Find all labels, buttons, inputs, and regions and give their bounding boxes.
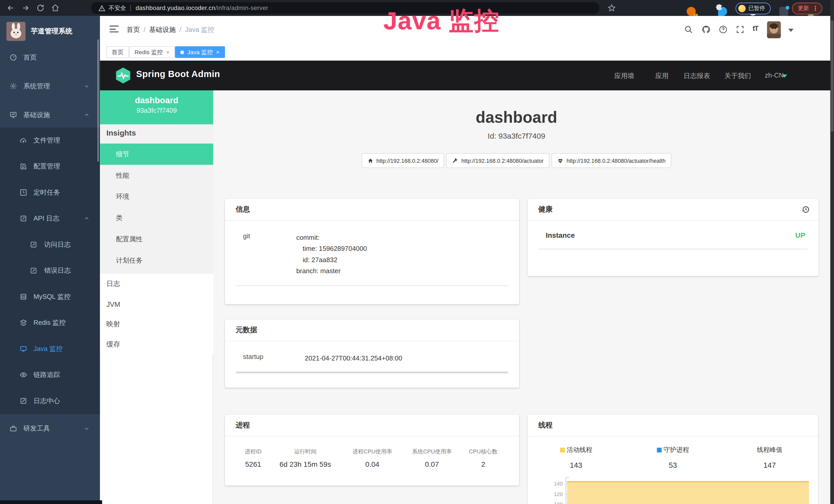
- main-content: dashboard Id: 93a3fc7f7409 http://192.16…: [213, 90, 834, 504]
- info-value: commit: time: 1596289704000 id: 27aa832 …: [296, 232, 508, 277]
- sidebar-item-java-active[interactable]: Java 监控: [0, 336, 100, 362]
- process-value-row: 52616d 23h 15m 59s0.040.072: [236, 460, 508, 468]
- actuator-url-button[interactable]: http://192.168.0.2:48080/actuator: [446, 153, 549, 168]
- update-button[interactable]: 更新 ⋮: [792, 3, 822, 15]
- sidebar-item-redis[interactable]: Redis 监控: [0, 310, 100, 335]
- daemon-threads-value: 53: [624, 461, 721, 469]
- menu-item-caches[interactable]: 缓存: [100, 335, 213, 355]
- wrench-icon: [452, 158, 458, 164]
- locale-caret-icon[interactable]: [782, 74, 787, 77]
- menu-item-mappings[interactable]: 映射: [100, 314, 213, 335]
- extension-icon-orange[interactable]: 1: [686, 7, 696, 16]
- font-size-icon[interactable]: tT: [752, 24, 758, 32]
- sidebar-item-file[interactable]: 文件管理: [0, 128, 100, 153]
- sba-nav-about[interactable]: 关于我们: [724, 72, 751, 81]
- health-url-button[interactable]: http://192.168.0.2:48080/actuator/health: [552, 153, 672, 168]
- close-icon[interactable]: ×: [166, 49, 169, 55]
- menu-item-jvm[interactable]: JVM: [100, 294, 213, 314]
- sidebar-item-access-log[interactable]: 访问日志: [0, 232, 100, 257]
- page-scrollbar[interactable]: [830, 0, 834, 504]
- menu-item-scheduled-tasks[interactable]: 计划任务: [100, 250, 213, 271]
- sidebar-item-infra[interactable]: 基础设施: [0, 102, 100, 128]
- sidebar-item-config[interactable]: 配置管理: [0, 154, 100, 179]
- home-icon[interactable]: [51, 4, 60, 12]
- menu-item-classes[interactable]: 类: [100, 207, 213, 229]
- menu-item-metrics[interactable]: 性能: [100, 165, 213, 186]
- url-text[interactable]: dashboard.yudao.iocoder.cn/infra/admin-s…: [136, 5, 268, 11]
- instance-header[interactable]: dashboard 93a3fc7f7409: [100, 90, 213, 124]
- sba-nav-journal[interactable]: 日志报表: [683, 72, 710, 81]
- security-label: 不安全: [108, 4, 126, 12]
- breadcrumb-infra[interactable]: 基础设施: [149, 25, 176, 34]
- monitor-icon: [20, 345, 27, 352]
- sidebar-item-dev-tools[interactable]: 研发工具: [0, 416, 100, 441]
- sidebar-item-mysql[interactable]: MySQL 监控: [0, 284, 100, 310]
- threads-card-title: 线程: [539, 420, 553, 430]
- search-icon[interactable]: [684, 25, 693, 34]
- tab-redis[interactable]: Redis 监控×: [129, 46, 175, 58]
- sidebar-item-system[interactable]: 系统管理: [0, 73, 100, 99]
- menu-item-environment[interactable]: 环境: [100, 186, 213, 207]
- user-avatar[interactable]: [767, 21, 781, 38]
- user-menu-caret-icon[interactable]: [788, 29, 794, 32]
- info-card-title: 信息: [236, 205, 250, 214]
- sba-nav-applications[interactable]: 应用: [655, 72, 668, 81]
- database-icon: [20, 293, 27, 300]
- service-url-button[interactable]: http://192.168.0.2:48080/: [361, 153, 444, 168]
- edit-square-icon: [20, 163, 27, 170]
- process-uptime: 6d 23h 15m 59s: [270, 460, 340, 468]
- bookmark-star-icon[interactable]: [608, 4, 616, 12]
- page-title: dashboard: [213, 108, 820, 126]
- app-logo-row[interactable]: 芋道管理系统: [0, 16, 100, 47]
- spring-boot-admin-logo: [116, 68, 130, 84]
- extension-icon-grid[interactable]: [779, 7, 788, 16]
- tab-java-active[interactable]: Java 监控×: [175, 46, 225, 58]
- fullscreen-icon[interactable]: [736, 25, 745, 34]
- sidebar-item-trace[interactable]: 链路追踪: [0, 362, 100, 387]
- briefcase-icon: [9, 425, 17, 432]
- close-icon[interactable]: ×: [216, 49, 219, 55]
- pencil-doc-icon: [20, 397, 27, 405]
- back-icon[interactable]: [6, 4, 15, 12]
- help-icon[interactable]: [719, 25, 728, 34]
- sidebar-item-job[interactable]: 定时任务: [0, 180, 100, 205]
- sba-nav-wallboard[interactable]: 应用墙: [614, 72, 634, 81]
- sidebar-item-error-log[interactable]: 错误日志: [0, 258, 100, 283]
- legend-daemon-threads: 守护进程 53: [624, 445, 721, 469]
- sba-locale-select[interactable]: zh-CN: [765, 72, 784, 79]
- sidebar-item-home[interactable]: 首页: [0, 45, 100, 70]
- extension-puzzle-icon[interactable]: [715, 4, 723, 12]
- menu-item-config-props[interactable]: 配置属性: [100, 229, 213, 250]
- threads-legend: 活动线程 143 守护进程 53 线程峰值 147: [528, 445, 818, 469]
- breadcrumb-home[interactable]: 首页: [127, 25, 140, 34]
- github-icon[interactable]: [701, 25, 710, 34]
- paused-badge[interactable]: 已暂停: [736, 3, 771, 15]
- history-clock-icon: [20, 189, 27, 196]
- threads-card: 线程 活动线程 143 守护进程 53 线程峰值 147 140 120 100: [528, 415, 818, 504]
- sba-brand[interactable]: Spring Boot Admin: [136, 69, 220, 79]
- health-history-icon[interactable]: [802, 205, 810, 214]
- doc-edit-icon: [30, 241, 37, 248]
- sidebar-item-log-center[interactable]: 日志中心: [0, 388, 100, 414]
- chevron-up-icon: [84, 112, 89, 118]
- sidebar-scrollbar[interactable]: [97, 39, 99, 161]
- metadata-value: 2021-04-27T00:44:31.254+08:00: [305, 353, 508, 364]
- process-cpu: 0.04: [340, 460, 404, 468]
- legend-peak-threads: 线程峰值 147: [721, 445, 818, 469]
- metadata-key: startup: [236, 353, 305, 364]
- sidebar-item-api-log[interactable]: API 日志: [0, 206, 100, 231]
- browser-menu-dots-icon[interactable]: ⋮: [812, 5, 818, 12]
- reload-icon[interactable]: [36, 4, 45, 12]
- menu-item-logs[interactable]: 日志: [100, 274, 213, 294]
- collapse-menu-icon[interactable]: [110, 25, 119, 33]
- menu-item-details-active[interactable]: 细节: [100, 143, 213, 165]
- doc-edit-icon: [30, 267, 37, 274]
- chevron-down-icon: [84, 426, 89, 431]
- not-secure-warning-icon: [98, 5, 105, 12]
- y-tick-140: 140: [554, 481, 563, 486]
- system-cpu: 0.07: [404, 460, 460, 468]
- process-header-row: 进程ID运行时间进程CPU使用率系统CPU使用率CPU核心数: [236, 448, 508, 456]
- scrollbar-thumb[interactable]: [831, 20, 833, 132]
- tab-home[interactable]: 首页: [106, 46, 129, 58]
- forward-icon[interactable]: [21, 4, 30, 12]
